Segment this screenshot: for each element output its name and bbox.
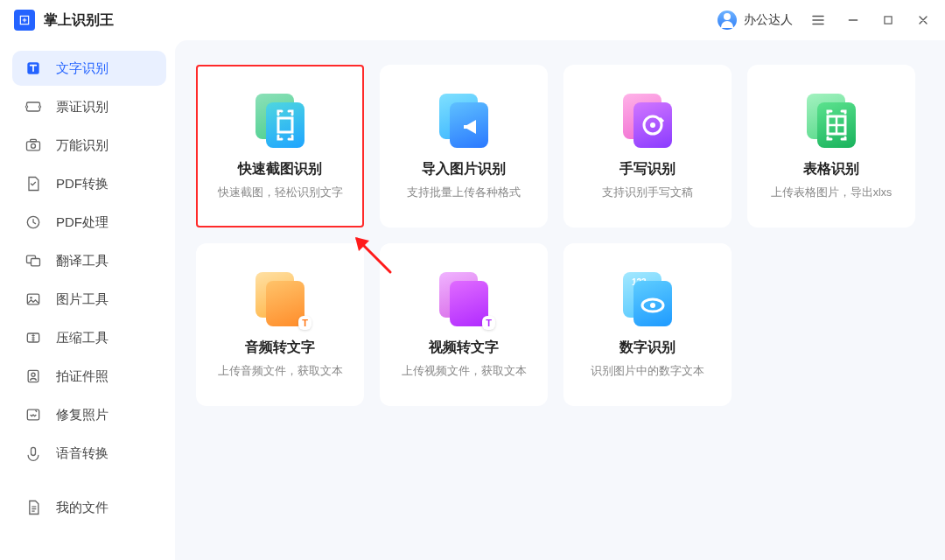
card-handwriting[interactable]: 手写识别 支持识别手写文稿: [564, 65, 732, 228]
card-desc: 识别图片中的数字文本: [591, 364, 704, 379]
card-title: 手写识别: [620, 160, 676, 178]
screenshot-icon: [252, 92, 308, 148]
table-icon: [803, 92, 859, 148]
sidebar-item-label: 票证识别: [56, 99, 108, 116]
audio-icon: T: [252, 270, 308, 326]
pdf-process-icon: [24, 214, 42, 231]
handwriting-icon: [620, 92, 676, 148]
text-icon: [24, 60, 42, 77]
sidebar-item-label: 我的文件: [56, 500, 108, 516]
image-icon: [24, 290, 42, 308]
sidebar-item-compress[interactable]: 压缩工具: [12, 320, 166, 355]
sidebar-item-label: 翻译工具: [56, 253, 108, 270]
card-number-ocr[interactable]: 123 数字识别 识别图片中的数字文本: [564, 243, 732, 406]
username: 办公达人: [744, 12, 793, 28]
svg-rect-8: [31, 139, 37, 142]
app-logo-icon: [14, 10, 35, 31]
card-audio-to-text[interactable]: T 音频转文字 上传音频文件，获取文本: [196, 243, 364, 406]
svg-point-4: [25, 106, 28, 108]
idphoto-icon: [24, 368, 42, 385]
card-title: 导入图片识别: [422, 160, 506, 178]
ticket-icon: [24, 98, 42, 116]
svg-point-24: [650, 303, 655, 308]
card-video-to-text[interactable]: T 视频转文字 上传视频文件，获取文本: [380, 243, 548, 406]
sidebar-item-label: 修复照片: [56, 407, 108, 424]
video-icon: T: [436, 270, 492, 326]
menu-button[interactable]: [810, 12, 826, 28]
speech-icon: [24, 444, 42, 462]
sidebar-item-label: 语音转换: [56, 445, 108, 462]
titlebar: 掌上识别王 办公达人: [0, 0, 945, 40]
card-desc: 支持批量上传各种格式: [407, 186, 521, 200]
card-title: 快速截图识别: [238, 160, 322, 178]
sidebar-item-ticket[interactable]: 票证识别: [12, 89, 166, 124]
translate-icon: [24, 252, 42, 270]
svg-rect-1: [885, 17, 892, 24]
svg-rect-11: [32, 259, 40, 266]
sidebar-item-translate[interactable]: 翻译工具: [12, 243, 166, 278]
svg-rect-18: [32, 447, 36, 455]
card-desc: 上传音频文件，获取文本: [218, 364, 343, 379]
card-desc: 支持识别手写文稿: [602, 186, 693, 200]
app-title: 掌上识别王: [44, 11, 114, 30]
card-import-image[interactable]: 导入图片识别 支持批量上传各种格式: [380, 65, 548, 228]
sidebar-item-myfiles[interactable]: 我的文件: [12, 490, 166, 525]
repair-icon: [24, 406, 42, 424]
sidebar-item-label: 拍证件照: [56, 368, 108, 385]
sidebar-item-universal[interactable]: 万能识别: [12, 128, 166, 163]
avatar-icon: [718, 10, 737, 30]
svg-point-20: [650, 122, 655, 128]
pdf-convert-icon: [24, 175, 42, 192]
svg-point-5: [38, 106, 41, 108]
sidebar-item-label: 文字识别: [56, 60, 108, 77]
sidebar: 文字识别 票证识别 万能识别 PDF转换 PDF处理: [0, 40, 175, 560]
sidebar-item-label: PDF转换: [56, 176, 108, 192]
svg-point-7: [32, 144, 36, 148]
sidebar-item-speech[interactable]: 语音转换: [12, 436, 166, 471]
card-title: 视频转文字: [429, 339, 499, 357]
card-desc: 上传视频文件，获取文本: [402, 364, 527, 379]
camera-icon: [24, 136, 42, 154]
sidebar-item-pdf-process[interactable]: PDF处理: [12, 205, 166, 240]
card-title: 数字识别: [620, 339, 676, 357]
file-icon: [24, 499, 42, 516]
number-icon: 123: [620, 270, 676, 326]
import-icon: [436, 92, 492, 148]
card-desc: 快速截图，轻松识别文字: [218, 186, 343, 200]
close-button[interactable]: [915, 12, 931, 28]
card-title: 表格识别: [803, 160, 859, 178]
svg-rect-3: [27, 102, 40, 111]
sidebar-item-idphoto[interactable]: 拍证件照: [12, 359, 166, 394]
minimize-button[interactable]: [845, 12, 861, 28]
sidebar-item-image-tools[interactable]: 图片工具: [12, 282, 166, 317]
sidebar-item-text-ocr[interactable]: 文字识别: [12, 51, 166, 86]
sidebar-item-label: PDF处理: [56, 214, 108, 231]
compress-icon: [24, 329, 42, 346]
sidebar-item-repair-photo[interactable]: 修复照片: [12, 397, 166, 432]
maximize-button[interactable]: [880, 12, 896, 28]
card-title: 音频转文字: [245, 339, 315, 357]
card-screenshot-ocr[interactable]: 快速截图识别 快速截图，轻松识别文字: [196, 65, 364, 228]
user-area[interactable]: 办公达人: [718, 10, 793, 30]
text-badge-icon: T: [298, 316, 312, 330]
content-area: 快速截图识别 快速截图，轻松识别文字 导入图片识别 支持批量上传各种格式: [175, 40, 945, 560]
svg-rect-6: [27, 142, 40, 150]
svg-point-13: [30, 297, 32, 299]
sidebar-item-label: 图片工具: [56, 291, 108, 308]
sidebar-item-pdf-convert[interactable]: PDF转换: [12, 166, 166, 201]
card-desc: 上传表格图片，导出xlxs: [771, 186, 892, 200]
text-badge-icon: T: [482, 316, 495, 330]
sidebar-item-label: 压缩工具: [56, 330, 108, 346]
svg-point-16: [32, 373, 35, 376]
card-table-ocr[interactable]: 表格识别 上传表格图片，导出xlxs: [747, 65, 915, 228]
sidebar-item-label: 万能识别: [56, 137, 108, 154]
